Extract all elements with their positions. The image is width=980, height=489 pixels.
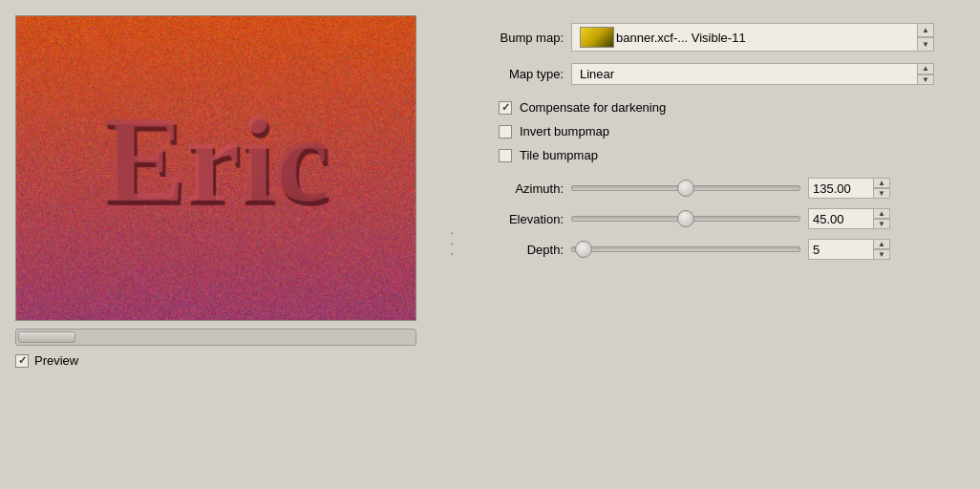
bump-map-spinner-down[interactable]: ▼ [918, 37, 933, 51]
tile-checkbox[interactable] [499, 149, 512, 162]
elevation-spinner-up[interactable]: ▲ [874, 209, 889, 219]
invert-row: Invert bumpmap [491, 124, 965, 138]
bump-map-row: Bump map: banner.xcf-... Visible-11 ▲ ▼ [487, 23, 965, 52]
azimuth-spinner-down[interactable]: ▼ [874, 188, 889, 198]
azimuth-track-container [571, 179, 800, 198]
azimuth-spinner-up[interactable]: ▲ [874, 179, 889, 188]
invert-checkbox[interactable] [499, 125, 512, 138]
elevation-input-container: ▲ ▼ [808, 208, 890, 229]
map-type-row: Map type: Linear ▲ ▼ [487, 63, 965, 85]
elevation-label: Elevation: [487, 212, 564, 226]
elevation-track-container [571, 209, 800, 228]
main-container: ✓ Preview · · · Bump map: banner.xcf-...… [0, 0, 980, 489]
depth-spinner[interactable]: ▲ ▼ [873, 239, 890, 260]
divider: · · · [439, 231, 464, 257]
tile-label: Tile bumpmap [520, 148, 598, 162]
bump-map-dropdown-container: banner.xcf-... Visible-11 ▲ ▼ [571, 23, 934, 52]
checkboxes-section: ✓ Compensate for darkening Invert bumpma… [487, 100, 965, 162]
depth-track[interactable] [571, 246, 800, 252]
preview-checkbox[interactable]: ✓ [15, 354, 29, 368]
azimuth-input-container: ▲ ▼ [808, 178, 890, 199]
map-type-spinner-down[interactable]: ▼ [918, 74, 933, 85]
azimuth-thumb[interactable] [677, 180, 694, 197]
compensate-label: Compensate for darkening [520, 100, 666, 115]
bump-map-spinner-up[interactable]: ▲ [918, 24, 933, 37]
bump-map-spinner[interactable]: ▲ ▼ [917, 23, 934, 52]
preview-checkmark: ✓ [18, 354, 27, 367]
map-type-spinner-up[interactable]: ▲ [918, 64, 933, 74]
scroll-thumb[interactable] [18, 331, 75, 343]
elevation-row: Elevation: ▲ ▼ [487, 208, 965, 229]
bump-map-preview-swatch [580, 27, 614, 48]
elevation-input[interactable] [808, 208, 873, 229]
map-type-value: Linear [580, 67, 614, 81]
map-type-dropdown-container: Linear ▲ ▼ [571, 63, 934, 85]
azimuth-row: Azimuth: ▲ ▼ [487, 178, 965, 199]
tile-row: Tile bumpmap [491, 148, 965, 162]
azimuth-track[interactable] [571, 185, 800, 191]
compensate-row: ✓ Compensate for darkening [491, 100, 965, 115]
preview-canvas [15, 15, 416, 321]
left-panel: ✓ Preview [15, 15, 416, 474]
invert-label: Invert bumpmap [520, 124, 609, 138]
right-panel: Bump map: banner.xcf-... Visible-11 ▲ ▼ … [487, 15, 965, 474]
depth-spinner-up[interactable]: ▲ [874, 240, 889, 249]
preview-label: Preview [34, 353, 78, 368]
elevation-spinner[interactable]: ▲ ▼ [873, 208, 890, 229]
depth-label: Depth: [487, 243, 564, 257]
map-type-spinner[interactable]: ▲ ▼ [917, 63, 934, 85]
azimuth-input[interactable] [808, 178, 873, 199]
depth-spinner-down[interactable]: ▼ [874, 249, 889, 259]
map-type-dropdown[interactable]: Linear [571, 63, 917, 85]
elevation-track[interactable] [571, 216, 800, 222]
map-type-label: Map type: [487, 67, 564, 81]
bump-map-label: Bump map: [487, 31, 571, 45]
elevation-spinner-down[interactable]: ▼ [874, 219, 889, 228]
elevation-thumb[interactable] [677, 210, 694, 227]
depth-input[interactable] [808, 239, 873, 260]
azimuth-spinner[interactable]: ▲ ▼ [873, 178, 890, 199]
compensate-checkbox[interactable]: ✓ [499, 101, 512, 115]
depth-thumb[interactable] [575, 241, 592, 258]
compensate-checkmark: ✓ [501, 101, 510, 114]
azimuth-label: Azimuth: [487, 181, 564, 196]
depth-input-container: ▲ ▼ [808, 239, 890, 260]
sliders-section: Azimuth: ▲ ▼ Elevation: [487, 178, 965, 260]
horizontal-scrollbar[interactable] [15, 329, 416, 346]
bump-map-dropdown[interactable]: banner.xcf-... Visible-11 [571, 23, 917, 52]
preview-row: ✓ Preview [15, 353, 416, 368]
bump-map-value: banner.xcf-... Visible-11 [616, 31, 746, 45]
depth-row: Depth: ▲ ▼ [487, 239, 965, 260]
depth-track-container [571, 240, 800, 259]
